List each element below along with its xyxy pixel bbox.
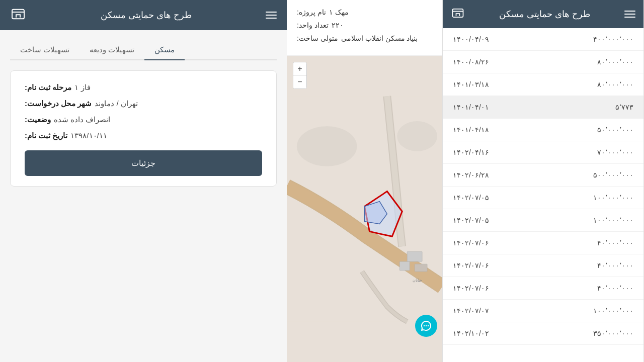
right-header: طرح های حمایتی مسکن bbox=[0, 0, 287, 30]
list-row[interactable]: ۸۰٬۰۰۰٬۰۰۰ ۱۴۰۱/۰۳/۱۸ bbox=[443, 73, 643, 96]
project-name-row: مهک ۱ نام پروژه: bbox=[297, 8, 432, 16]
left-header-title: طرح های حمایتی مسکن bbox=[499, 9, 590, 20]
details-button[interactable]: جزئیات bbox=[25, 150, 262, 176]
list-row[interactable]: ۱۰۰٬۰۰۰٬۰۰۰ ۱۴۰۲/۰۷/۰۵ bbox=[443, 209, 643, 232]
field-label: شهر محل درخواست: bbox=[25, 99, 92, 108]
zoom-in-button[interactable]: + bbox=[293, 62, 306, 75]
row-date: ۱۴۰۲/۱۰/۰۲ bbox=[453, 329, 489, 337]
right-header-title: طرح های حمایتی مسکن bbox=[101, 10, 192, 21]
inbox-icon[interactable] bbox=[451, 6, 465, 22]
field-label: مرحله ثبت نام: bbox=[25, 83, 71, 92]
svg-rect-6 bbox=[407, 251, 422, 261]
tab-2[interactable]: تسهیلات ساخت bbox=[10, 40, 79, 60]
developer-row: بنیاد مسکن انقلاب اسلامی متولی ساخت: bbox=[297, 34, 432, 42]
info-card: فاز ۱ مرحله ثبت نام: تهران / دماوند شهر … bbox=[10, 70, 277, 187]
map-controls: + − bbox=[293, 62, 307, 89]
left-panel: طرح های حمایتی مسکن ۴۰۰٬۰۰۰٬۰۰۰ ۱۴۰۰/۰۴/… bbox=[443, 0, 644, 362]
project-info: مهک ۱ نام پروژه: ۲۲۰ تعداد واحد: بنیاد م… bbox=[287, 0, 442, 56]
list-row[interactable]: ۴۰٬۰۰۰٬۰۰۰ ۱۴۰۲/۰۷/۰۶ bbox=[443, 277, 643, 300]
row-date: ۱۴۰۲/۰۴/۱۶ bbox=[453, 148, 489, 156]
row-date: ۱۴۰۰/۰۴/۰۹ bbox=[453, 35, 489, 43]
row-amount: ۴۰٬۰۰۰٬۰۰۰ bbox=[597, 261, 633, 269]
svg-point-12 bbox=[428, 325, 429, 326]
left-header: طرح های حمایتی مسکن bbox=[443, 0, 643, 28]
right-header-icons bbox=[266, 12, 277, 19]
svg-point-10 bbox=[424, 325, 425, 326]
list-row[interactable]: ۵٬۷۷۳ ۱۴۰۱/۰۴/۰۱ bbox=[443, 96, 643, 119]
row-date: ۱۴۰۱/۰۴/۰۱ bbox=[453, 103, 489, 111]
unit-count-row: ۲۲۰ تعداد واحد: bbox=[297, 21, 432, 29]
right-hamburger-icon[interactable] bbox=[266, 12, 277, 19]
field-value: تهران / دماوند bbox=[95, 99, 138, 108]
info-row: تهران / دماوند شهر محل درخواست: bbox=[25, 99, 262, 108]
row-amount: ۱۰۰٬۰۰۰٬۰۰۰ bbox=[593, 194, 633, 202]
svg-point-11 bbox=[426, 325, 427, 326]
row-amount: ۸۰٬۰۰۰٬۰۰۰ bbox=[597, 80, 633, 88]
list-row[interactable]: ۱۰۰٬۰۰۰٬۰۰۰ ۱۴۰۲/۰۷/۰۵ bbox=[443, 187, 643, 209]
row-date: ۱۴۰۲/۰۷/۰۷ bbox=[453, 307, 489, 315]
list-row[interactable]: ۱۰۰٬۰۰۰٬۰۰۰ ۱۴۰۲/۰۷/۰۷ bbox=[443, 300, 643, 322]
tab-0[interactable]: مسکن bbox=[144, 40, 185, 60]
row-amount: ۷۰٬۰۰۰٬۰۰۰ bbox=[597, 148, 633, 156]
zoom-out-button[interactable]: − bbox=[293, 75, 306, 88]
info-row: فاز ۱ مرحله ثبت نام: bbox=[25, 83, 262, 92]
chat-bubble-button[interactable] bbox=[415, 315, 437, 337]
row-date: ۱۴۰۲/۰۷/۰۶ bbox=[453, 284, 489, 292]
project-name-label: نام پروژه: bbox=[297, 8, 326, 16]
map-container: خیابان + − bbox=[287, 56, 442, 362]
project-name-value: مهک ۱ bbox=[329, 8, 349, 16]
row-amount: ۴۰۰٬۰۰۰٬۰۰۰ bbox=[593, 35, 633, 43]
row-amount: ۵۰٬۰۰۰٬۰۰۰ bbox=[597, 126, 633, 134]
unit-count-label: تعداد واحد: bbox=[297, 21, 329, 29]
svg-rect-7 bbox=[415, 264, 427, 272]
row-date: ۱۴۰۲/۰۶/۲۸ bbox=[453, 171, 489, 179]
row-date: ۱۴۰۲/۰۷/۰۵ bbox=[453, 216, 489, 224]
svg-rect-13 bbox=[12, 10, 24, 19]
row-date: ۱۴۰۲/۰۷/۰۶ bbox=[453, 261, 489, 269]
svg-point-2 bbox=[297, 126, 357, 166]
list-row[interactable]: ۴۰٬۰۰۰٬۰۰۰ ۱۴۰۲/۰۷/۰۶ bbox=[443, 254, 643, 277]
row-date: ۱۴۰۲/۰۷/۰۵ bbox=[453, 194, 489, 202]
row-date: ۱۴۰۰/۰۸/۲۶ bbox=[453, 58, 489, 66]
list-row[interactable]: ۳۵۰٬۰۰۰٬۰۰۰ ۱۴۰۲/۱۰/۰۲ bbox=[443, 322, 643, 345]
row-amount: ۱۰۰٬۰۰۰٬۰۰۰ bbox=[593, 307, 633, 315]
right-content: مسکنتسهیلات ودیعهتسهیلات ساخت فاز ۱ مرحل… bbox=[0, 30, 287, 362]
svg-point-3 bbox=[397, 121, 437, 151]
row-date: ۱۴۰۲/۰۷/۰۶ bbox=[453, 239, 489, 247]
info-row: ۱۳۹۸/۱۰/۱۱ تاریخ ثبت نام: bbox=[25, 131, 262, 140]
row-date: ۱۴۰۱/۰۳/۱۸ bbox=[453, 80, 489, 88]
svg-text:خیابان: خیابان bbox=[413, 278, 422, 283]
info-row: انصراف داده شده وضعیت: bbox=[25, 115, 262, 124]
row-amount: ۱۰۰٬۰۰۰٬۰۰۰ bbox=[593, 216, 633, 224]
row-date: ۱۴۰۱/۰۴/۱۸ bbox=[453, 126, 489, 134]
row-amount: ۴۰٬۰۰۰٬۰۰۰ bbox=[597, 239, 633, 247]
field-label: تاریخ ثبت نام: bbox=[25, 131, 67, 140]
list-row[interactable]: ۴۰٬۰۰۰٬۰۰۰ ۱۴۰۲/۰۷/۰۶ bbox=[443, 232, 643, 254]
svg-rect-0 bbox=[453, 9, 463, 17]
hamburger-icon[interactable] bbox=[624, 11, 635, 18]
unit-count-value: ۲۲۰ bbox=[332, 21, 344, 29]
right-inbox-icon[interactable] bbox=[10, 6, 26, 24]
row-amount: ۸۰٬۰۰۰٬۰۰۰ bbox=[597, 58, 633, 66]
row-amount: ۵۰۰٬۰۰۰٬۰۰۰ bbox=[593, 171, 633, 179]
list-row[interactable]: ۵۰٬۰۰۰٬۰۰۰ ۱۴۰۱/۰۴/۱۸ bbox=[443, 119, 643, 141]
field-value: انصراف داده شده bbox=[54, 115, 110, 124]
middle-panel: مهک ۱ نام پروژه: ۲۲۰ تعداد واحد: بنیاد م… bbox=[287, 0, 443, 362]
list-row[interactable]: ۷۰٬۰۰۰٬۰۰۰ ۱۴۰۲/۰۴/۱۶ bbox=[443, 141, 643, 164]
field-label: وضعیت: bbox=[25, 115, 51, 124]
list-table: ۴۰۰٬۰۰۰٬۰۰۰ ۱۴۰۰/۰۴/۰۹ ۸۰٬۰۰۰٬۰۰۰ ۱۴۰۰/۰… bbox=[443, 28, 643, 362]
field-value: ۱۳۹۸/۱۰/۱۱ bbox=[70, 131, 107, 140]
row-amount: ۴۰٬۰۰۰٬۰۰۰ bbox=[597, 284, 633, 292]
right-panel: طرح های حمایتی مسکن مسکنتسهیلات ودیعهتسه… bbox=[0, 0, 287, 362]
developer-value: بنیاد مسکن انقلاب اسلامی bbox=[341, 34, 418, 42]
developer-label: متولی ساخت: bbox=[297, 34, 338, 42]
tabs: مسکنتسهیلات ودیعهتسهیلات ساخت bbox=[10, 40, 277, 60]
svg-rect-8 bbox=[399, 261, 410, 270]
field-value: فاز ۱ bbox=[74, 83, 90, 92]
list-row[interactable]: ۵۰۰٬۰۰۰٬۰۰۰ ۱۴۰۲/۰۶/۲۸ bbox=[443, 164, 643, 187]
row-amount: ۵٬۷۷۳ bbox=[615, 103, 633, 111]
tab-1[interactable]: تسهیلات ودیعه bbox=[79, 40, 144, 60]
left-header-icons bbox=[624, 11, 635, 18]
list-row[interactable]: ۴۰۰٬۰۰۰٬۰۰۰ ۱۴۰۰/۰۴/۰۹ bbox=[443, 28, 643, 51]
list-row[interactable]: ۸۰٬۰۰۰٬۰۰۰ ۱۴۰۰/۰۸/۲۶ bbox=[443, 51, 643, 73]
